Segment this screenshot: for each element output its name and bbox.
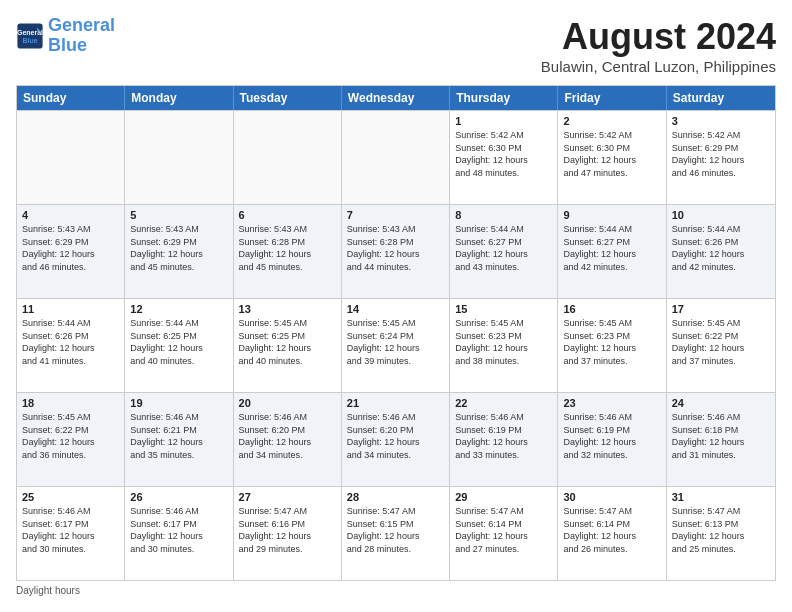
- calendar-cell-2-6: 9Sunrise: 5:44 AM Sunset: 6:27 PM Daylig…: [558, 205, 666, 298]
- calendar-cell-1-2: [125, 111, 233, 204]
- cell-content: Sunrise: 5:43 AM Sunset: 6:29 PM Dayligh…: [130, 223, 227, 273]
- day-number: 25: [22, 491, 119, 503]
- calendar-cell-4-3: 20Sunrise: 5:46 AM Sunset: 6:20 PM Dayli…: [234, 393, 342, 486]
- calendar-cell-3-3: 13Sunrise: 5:45 AM Sunset: 6:25 PM Dayli…: [234, 299, 342, 392]
- cell-content: Sunrise: 5:45 AM Sunset: 6:25 PM Dayligh…: [239, 317, 336, 367]
- cell-content: Sunrise: 5:47 AM Sunset: 6:15 PM Dayligh…: [347, 505, 444, 555]
- cell-content: Sunrise: 5:44 AM Sunset: 6:26 PM Dayligh…: [672, 223, 770, 273]
- day-number: 26: [130, 491, 227, 503]
- day-number: 6: [239, 209, 336, 221]
- day-number: 27: [239, 491, 336, 503]
- calendar-cell-3-5: 15Sunrise: 5:45 AM Sunset: 6:23 PM Dayli…: [450, 299, 558, 392]
- day-number: 3: [672, 115, 770, 127]
- day-number: 1: [455, 115, 552, 127]
- day-number: 15: [455, 303, 552, 315]
- calendar-cell-3-4: 14Sunrise: 5:45 AM Sunset: 6:24 PM Dayli…: [342, 299, 450, 392]
- day-number: 16: [563, 303, 660, 315]
- calendar-row-1: 1Sunrise: 5:42 AM Sunset: 6:30 PM Daylig…: [17, 110, 775, 204]
- calendar-cell-4-6: 23Sunrise: 5:46 AM Sunset: 6:19 PM Dayli…: [558, 393, 666, 486]
- calendar-cell-2-2: 5Sunrise: 5:43 AM Sunset: 6:29 PM Daylig…: [125, 205, 233, 298]
- calendar-cell-4-5: 22Sunrise: 5:46 AM Sunset: 6:19 PM Dayli…: [450, 393, 558, 486]
- header: General Blue General Blue August 2024 Bu…: [16, 16, 776, 75]
- calendar-cell-2-4: 7Sunrise: 5:43 AM Sunset: 6:28 PM Daylig…: [342, 205, 450, 298]
- cell-content: Sunrise: 5:47 AM Sunset: 6:13 PM Dayligh…: [672, 505, 770, 555]
- day-number: 14: [347, 303, 444, 315]
- day-number: 19: [130, 397, 227, 409]
- day-header-thursday: Thursday: [450, 86, 558, 110]
- cell-content: Sunrise: 5:45 AM Sunset: 6:22 PM Dayligh…: [672, 317, 770, 367]
- calendar-row-2: 4Sunrise: 5:43 AM Sunset: 6:29 PM Daylig…: [17, 204, 775, 298]
- day-number: 18: [22, 397, 119, 409]
- day-header-saturday: Saturday: [667, 86, 775, 110]
- calendar-cell-2-5: 8Sunrise: 5:44 AM Sunset: 6:27 PM Daylig…: [450, 205, 558, 298]
- day-number: 20: [239, 397, 336, 409]
- calendar-row-5: 25Sunrise: 5:46 AM Sunset: 6:17 PM Dayli…: [17, 486, 775, 580]
- calendar-cell-5-4: 28Sunrise: 5:47 AM Sunset: 6:15 PM Dayli…: [342, 487, 450, 580]
- day-number: 30: [563, 491, 660, 503]
- calendar-cell-3-2: 12Sunrise: 5:44 AM Sunset: 6:25 PM Dayli…: [125, 299, 233, 392]
- day-number: 22: [455, 397, 552, 409]
- cell-content: Sunrise: 5:45 AM Sunset: 6:23 PM Dayligh…: [563, 317, 660, 367]
- calendar-cell-4-2: 19Sunrise: 5:46 AM Sunset: 6:21 PM Dayli…: [125, 393, 233, 486]
- day-number: 29: [455, 491, 552, 503]
- cell-content: Sunrise: 5:46 AM Sunset: 6:19 PM Dayligh…: [563, 411, 660, 461]
- day-number: 17: [672, 303, 770, 315]
- day-number: 4: [22, 209, 119, 221]
- day-number: 28: [347, 491, 444, 503]
- calendar-cell-1-4: [342, 111, 450, 204]
- calendar-cell-2-3: 6Sunrise: 5:43 AM Sunset: 6:28 PM Daylig…: [234, 205, 342, 298]
- day-header-monday: Monday: [125, 86, 233, 110]
- calendar-cell-1-6: 2Sunrise: 5:42 AM Sunset: 6:30 PM Daylig…: [558, 111, 666, 204]
- calendar-cell-4-7: 24Sunrise: 5:46 AM Sunset: 6:18 PM Dayli…: [667, 393, 775, 486]
- calendar-cell-5-3: 27Sunrise: 5:47 AM Sunset: 6:16 PM Dayli…: [234, 487, 342, 580]
- calendar-cell-5-7: 31Sunrise: 5:47 AM Sunset: 6:13 PM Dayli…: [667, 487, 775, 580]
- cell-content: Sunrise: 5:43 AM Sunset: 6:29 PM Dayligh…: [22, 223, 119, 273]
- logo-text: General Blue: [48, 16, 115, 56]
- month-year: August 2024: [541, 16, 776, 58]
- cell-content: Sunrise: 5:46 AM Sunset: 6:20 PM Dayligh…: [347, 411, 444, 461]
- footer-note: Daylight hours: [16, 585, 776, 596]
- calendar-cell-5-5: 29Sunrise: 5:47 AM Sunset: 6:14 PM Dayli…: [450, 487, 558, 580]
- cell-content: Sunrise: 5:44 AM Sunset: 6:26 PM Dayligh…: [22, 317, 119, 367]
- cell-content: Sunrise: 5:45 AM Sunset: 6:24 PM Dayligh…: [347, 317, 444, 367]
- cell-content: Sunrise: 5:44 AM Sunset: 6:27 PM Dayligh…: [563, 223, 660, 273]
- logo-icon: General Blue: [16, 22, 44, 50]
- cell-content: Sunrise: 5:46 AM Sunset: 6:20 PM Dayligh…: [239, 411, 336, 461]
- cell-content: Sunrise: 5:42 AM Sunset: 6:29 PM Dayligh…: [672, 129, 770, 179]
- calendar-row-4: 18Sunrise: 5:45 AM Sunset: 6:22 PM Dayli…: [17, 392, 775, 486]
- calendar-header: SundayMondayTuesdayWednesdayThursdayFrid…: [17, 86, 775, 110]
- cell-content: Sunrise: 5:47 AM Sunset: 6:16 PM Dayligh…: [239, 505, 336, 555]
- cell-content: Sunrise: 5:44 AM Sunset: 6:27 PM Dayligh…: [455, 223, 552, 273]
- calendar-cell-1-7: 3Sunrise: 5:42 AM Sunset: 6:29 PM Daylig…: [667, 111, 775, 204]
- cell-content: Sunrise: 5:45 AM Sunset: 6:23 PM Dayligh…: [455, 317, 552, 367]
- calendar-cell-5-1: 25Sunrise: 5:46 AM Sunset: 6:17 PM Dayli…: [17, 487, 125, 580]
- svg-text:General: General: [17, 28, 43, 35]
- calendar-cell-2-7: 10Sunrise: 5:44 AM Sunset: 6:26 PM Dayli…: [667, 205, 775, 298]
- calendar: SundayMondayTuesdayWednesdayThursdayFrid…: [16, 85, 776, 581]
- title-block: August 2024 Bulawin, Central Luzon, Phil…: [541, 16, 776, 75]
- cell-content: Sunrise: 5:47 AM Sunset: 6:14 PM Dayligh…: [455, 505, 552, 555]
- calendar-cell-4-1: 18Sunrise: 5:45 AM Sunset: 6:22 PM Dayli…: [17, 393, 125, 486]
- calendar-cell-1-1: [17, 111, 125, 204]
- day-number: 13: [239, 303, 336, 315]
- cell-content: Sunrise: 5:46 AM Sunset: 6:21 PM Dayligh…: [130, 411, 227, 461]
- cell-content: Sunrise: 5:43 AM Sunset: 6:28 PM Dayligh…: [239, 223, 336, 273]
- day-number: 23: [563, 397, 660, 409]
- day-number: 10: [672, 209, 770, 221]
- svg-rect-0: [17, 23, 42, 48]
- cell-content: Sunrise: 5:46 AM Sunset: 6:18 PM Dayligh…: [672, 411, 770, 461]
- day-number: 2: [563, 115, 660, 127]
- calendar-cell-5-6: 30Sunrise: 5:47 AM Sunset: 6:14 PM Dayli…: [558, 487, 666, 580]
- calendar-cell-2-1: 4Sunrise: 5:43 AM Sunset: 6:29 PM Daylig…: [17, 205, 125, 298]
- calendar-cell-3-7: 17Sunrise: 5:45 AM Sunset: 6:22 PM Dayli…: [667, 299, 775, 392]
- cell-content: Sunrise: 5:46 AM Sunset: 6:17 PM Dayligh…: [130, 505, 227, 555]
- day-number: 31: [672, 491, 770, 503]
- day-number: 11: [22, 303, 119, 315]
- day-number: 7: [347, 209, 444, 221]
- day-header-tuesday: Tuesday: [234, 86, 342, 110]
- cell-content: Sunrise: 5:47 AM Sunset: 6:14 PM Dayligh…: [563, 505, 660, 555]
- cell-content: Sunrise: 5:42 AM Sunset: 6:30 PM Dayligh…: [563, 129, 660, 179]
- calendar-cell-4-4: 21Sunrise: 5:46 AM Sunset: 6:20 PM Dayli…: [342, 393, 450, 486]
- day-number: 24: [672, 397, 770, 409]
- svg-text:Blue: Blue: [22, 37, 37, 44]
